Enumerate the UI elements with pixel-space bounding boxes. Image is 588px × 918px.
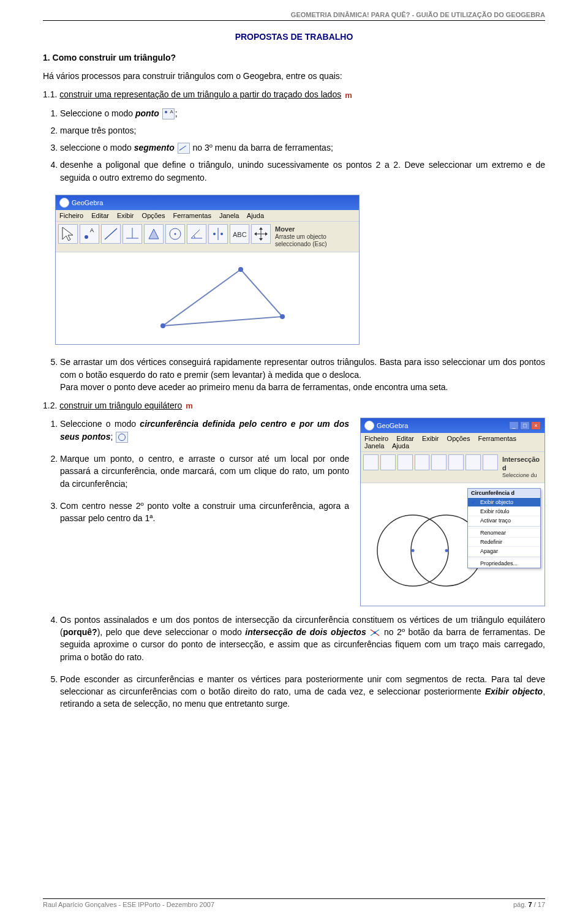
text: pág. [513,901,528,908]
mode-interseccao: intersecção de dois objectos [245,627,366,637]
ctx-exibir-rotulo[interactable]: Exibir rótulo [468,506,540,516]
figure-geogebra-circles: GeoGebra _ □ × Ficheiro Editar Exibir Op… [360,418,545,606]
ctx-label: Propriedades... [480,560,518,566]
text: ; [110,432,113,442]
tool-move[interactable] [58,224,78,244]
tool-text[interactable] [466,454,481,470]
window-controls: _ □ × [509,421,541,430]
svg-point-21 [445,549,448,552]
tool-movegraphics[interactable] [251,224,271,244]
menu-janela[interactable]: Janela [219,212,239,219]
step-2: marque três pontos; [60,124,545,137]
minimize-button[interactable]: _ [509,421,519,430]
procedure-1-list-cont: Se arrastar um dos vértices conseguirá r… [60,356,545,393]
svg-marker-14 [163,269,282,326]
menu-exibir[interactable]: Exibir [117,212,134,219]
close-button[interactable]: × [531,421,541,430]
circle-tool-icon [116,432,128,443]
context-menu[interactable]: Circunferência d ✔Exibir objecto Exibir … [467,488,541,568]
tool-line[interactable] [101,224,121,244]
app-icon [59,198,69,208]
menu-ficheiro[interactable]: Ficheiro [364,435,388,442]
help-title: Mover [275,225,354,233]
procedure-2-list-cont: Os pontos assinalados e um dos pontos de… [60,614,545,710]
menu-opcoes[interactable]: Opções [142,212,165,219]
svg-text:A: A [90,227,94,233]
ctx-label: Exibir rótulo [480,508,510,514]
mode-ponto: ponto [135,108,159,118]
svg-point-20 [412,549,415,552]
footer-page: pág. 7 / 17 [513,901,545,908]
segment-tool-icon [178,143,190,154]
menu-opcoes[interactable]: Opções [447,435,470,442]
section-title: PROPOSTAS DE TRABALHO [43,32,545,42]
svg-line-2 [105,228,117,239]
text: seleccione o modo [60,143,134,152]
ctx-renomear[interactable]: Renomear [468,528,540,537]
sub11-link: construir uma representação de um triâng… [59,89,341,99]
ctx-apagar[interactable]: Apagar [468,546,540,555]
tool-text[interactable]: ABC [230,224,249,244]
menubar: Ficheiro Editar Exibir Opções Ferramenta… [361,433,545,452]
window-titlebar: GeoGebra [56,195,359,210]
ctx-label: Exibir objecto [480,499,513,505]
hand-icon [344,91,353,100]
tool-line[interactable] [398,454,413,470]
tool-perp[interactable] [415,454,430,470]
tool-reflect[interactable] [208,224,228,244]
toolbar-help: Intersecção d Seleccione du [500,454,542,480]
tool-move[interactable] [363,454,379,470]
tool-polygon[interactable] [431,454,447,470]
running-head: GEOMETRIA DINÂMICA! PARA QUÊ? - GUIÃO DE… [43,11,545,21]
step-5: Se arrastar um dos vértices conseguirá r… [60,356,545,393]
menu-ficheiro[interactable]: Ficheiro [59,212,83,219]
ctx-redefinir[interactable]: Redefinir [468,537,540,546]
ctx-exibir-objecto[interactable]: ✔Exibir objecto [468,497,540,506]
tool-polygon[interactable] [144,224,164,244]
app-title: GeoGebra [72,199,103,206]
svg-point-16 [280,314,285,319]
text: Se arrastar um dos vértices conseguirá r… [60,357,545,379]
subsection-1-1: 1.1. construir uma representação de um t… [43,88,545,100]
menu-janela[interactable]: Janela [364,442,384,450]
toolbar: A ABC Mover Arraste um objecto seleccion… [56,222,359,252]
tool-angle[interactable] [187,224,206,244]
ctx-label: Renomear [480,530,506,536]
drawing-canvas[interactable]: Circunferência d ✔Exibir objecto Exibir … [361,483,545,606]
window-titlebar: GeoGebra _ □ × [361,418,545,433]
tool-point[interactable]: A [80,224,99,244]
drawing-canvas[interactable] [56,252,359,344]
menu-ajuda[interactable]: Ajuda [247,212,264,219]
text: ), pelo que deve seleccionar o modo [97,627,246,637]
app-icon [364,421,374,431]
text: Para mover o ponto deve aceder ao primei… [60,382,448,392]
intersect-tool-icon [370,628,380,637]
help-title: Intersecção d [502,456,540,472]
menu-ferramentas[interactable]: Ferramentas [478,435,516,442]
hand-icon [185,402,194,410]
menu-editar[interactable]: Editar [91,212,109,219]
tool-movegraphics[interactable] [483,454,498,470]
tool-circle[interactable] [448,454,464,470]
porque: porquê? [63,627,97,637]
menu-exibir[interactable]: Exibir [422,435,439,442]
ctx-activar-traco[interactable]: Activar traço [468,516,540,525]
intro-paragraph: Há vários processos para construir triân… [43,70,545,82]
step-4: desenhe a poligonal que define o triângu… [60,159,545,184]
menu-ajuda[interactable]: Ajuda [392,442,409,450]
ctx-propriedades[interactable]: Propriedades... [468,559,540,568]
svg-point-7 [175,233,176,235]
tool-circle[interactable] [165,224,185,244]
menubar: Ficheiro Editar Exibir Opções Ferramenta… [56,210,359,222]
text: ; [175,108,178,118]
help-text: Seleccione du [502,472,540,479]
toolbar: Intersecção d Seleccione du [361,452,545,483]
tool-perp[interactable] [123,224,142,244]
tool-point[interactable] [380,454,396,470]
page-footer: Raul Aparício Gonçalves - ESE IPPorto - … [43,898,545,908]
menu-editar[interactable]: Editar [396,435,414,442]
page: GEOMETRIA DINÂMICA! PARA QUÊ? - GUIÃO DE… [0,0,588,918]
menu-ferramentas[interactable]: Ferramentas [173,212,211,219]
step-1: Seleccione o modo ponto ; [60,107,545,119]
maximize-button[interactable]: □ [520,421,530,430]
